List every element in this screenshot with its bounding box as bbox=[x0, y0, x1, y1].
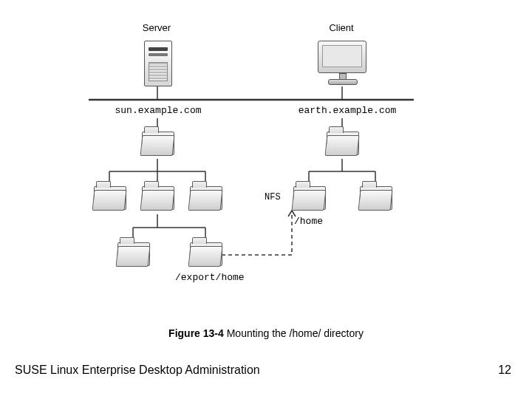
server-tower-icon bbox=[144, 41, 172, 86]
footer-page-number: 12 bbox=[498, 364, 511, 377]
server-export-home-path-label: /export/home bbox=[175, 272, 245, 283]
client-hostname: earth.example.com bbox=[288, 105, 406, 116]
figure-ref: Figure 13-4 bbox=[168, 327, 224, 339]
client-child-folder-2-icon bbox=[360, 186, 392, 210]
figure-text: Mounting the /home/ directory bbox=[224, 327, 364, 339]
diagram-stage: Server Client bbox=[0, 0, 532, 399]
server-child-folder-2-icon bbox=[142, 186, 174, 210]
nfs-protocol-label: NFS bbox=[265, 192, 281, 202]
client-root-folder-icon bbox=[327, 132, 359, 155]
figure-caption: Figure 13-4 Mounting the /home/ director… bbox=[0, 327, 532, 339]
server-child-folder-3-icon bbox=[190, 186, 222, 210]
server-child-folder-1-icon bbox=[94, 186, 126, 210]
server-root-folder-icon bbox=[142, 132, 174, 155]
client-heading: Client bbox=[319, 22, 364, 33]
client-home-folder-icon bbox=[293, 186, 326, 210]
client-home-path-label: /home bbox=[294, 216, 323, 227]
server-heading: Server bbox=[134, 22, 179, 33]
client-monitor-icon bbox=[318, 41, 366, 85]
footer-book-title: SUSE Linux Enterprise Desktop Administra… bbox=[15, 364, 260, 377]
server-hostname: sun.example.com bbox=[103, 105, 213, 116]
server-grandchild-folder-1-icon bbox=[117, 242, 150, 266]
server-export-home-folder-icon bbox=[190, 242, 222, 266]
